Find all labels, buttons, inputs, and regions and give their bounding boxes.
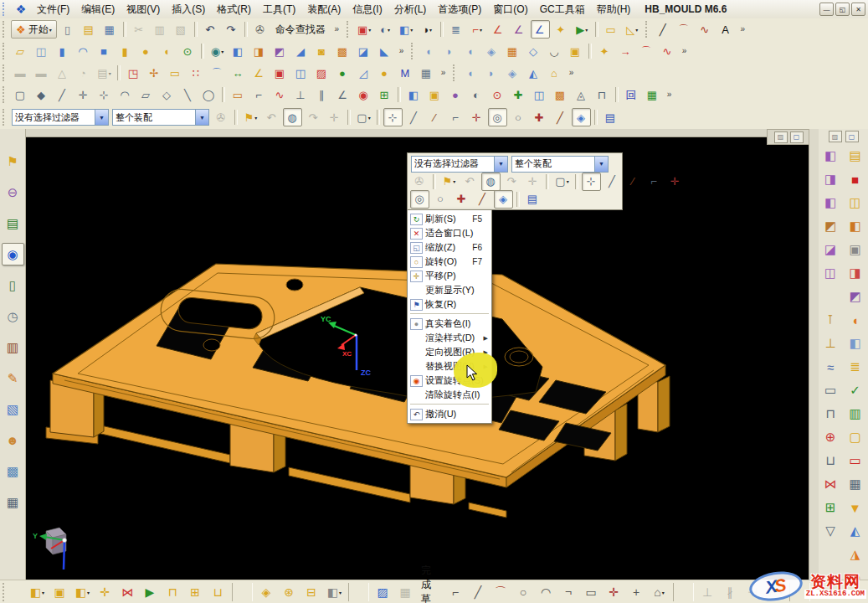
history-clock-icon[interactable]: ◷	[2, 305, 24, 327]
tool-icon[interactable]: ◉	[354, 85, 373, 104]
tool-icon[interactable]: »	[396, 42, 408, 60]
snap-corner-icon[interactable]: ⌐	[645, 173, 664, 191]
new-file-icon[interactable]: ▯	[59, 20, 78, 39]
tool-icon[interactable]: ◠	[116, 85, 135, 104]
tool-icon[interactable]: ⌂	[545, 64, 564, 82]
vp-mini2-icon[interactable]: ▢	[790, 131, 804, 143]
mold-slide-icon[interactable]: ◧	[845, 332, 866, 354]
sk-plus-icon[interactable]: +	[626, 582, 647, 602]
mold-tool-icon[interactable]: ▽	[819, 520, 841, 542]
material-icon[interactable]: M	[396, 64, 415, 82]
mold-pocket-icon[interactable]: ▣	[845, 239, 866, 260]
menu-rotate[interactable]: ○ 旋转(O) F7	[408, 255, 491, 269]
draft-icon[interactable]: ◣	[375, 42, 394, 60]
hand-icon[interactable]: ✛	[523, 173, 542, 191]
component-dd-icon[interactable]: ◧▾	[324, 582, 345, 602]
tool-icon[interactable]: ◐	[467, 85, 486, 104]
menu-item[interactable]: 视图(V)	[121, 1, 166, 18]
ruled-surface-icon[interactable]: ◖	[419, 42, 439, 60]
mold-tool-icon[interactable]: ⊞	[819, 497, 841, 518]
snap-face-icon[interactable]: ◈	[494, 190, 513, 209]
tool-icon[interactable]: ⊓	[593, 85, 612, 104]
cut-icon[interactable]: ✂	[130, 20, 149, 39]
tool-icon[interactable]: ◆	[32, 85, 51, 104]
open-icon[interactable]: ▤	[80, 20, 99, 39]
radius-icon[interactable]: ⌒	[208, 64, 227, 82]
mold-workpiece-icon[interactable]: ◧	[845, 215, 866, 237]
system-scene-icon[interactable]: ▧	[2, 398, 24, 420]
snap-cross-icon[interactable]: ✛	[467, 108, 486, 126]
pattern-icon[interactable]: ▩	[333, 42, 352, 60]
tool-icon[interactable]: ▬	[32, 64, 51, 82]
mold-tool-icon[interactable]: ▭	[819, 379, 841, 401]
constraint-navigator-icon[interactable]: ⊖	[2, 181, 24, 204]
sketch-icon[interactable]: ▱	[11, 42, 30, 60]
csys-icon[interactable]: ⌐▾	[468, 20, 487, 39]
menu-item[interactable]: GC工具箱	[534, 1, 591, 18]
mold-tool-icon[interactable]: ◫	[819, 262, 841, 284]
measure-body-icon[interactable]: ▣	[270, 64, 290, 82]
tool-icon[interactable]: ◇	[157, 85, 177, 104]
text-icon[interactable]: A	[716, 20, 736, 39]
internet-explorer-icon[interactable]: ◉	[2, 243, 24, 265]
tool-icon[interactable]: ✛	[74, 85, 93, 104]
polyline-icon[interactable]: ∿	[696, 20, 715, 39]
mold-stamp-icon[interactable]: ▦	[845, 473, 866, 495]
tool-icon[interactable]: ▩	[551, 85, 570, 104]
snap-center-icon[interactable]: ◎	[410, 190, 429, 209]
array-icon[interactable]: ⊞	[185, 582, 206, 602]
curve-mesh-icon[interactable]: ◖	[461, 42, 480, 60]
measure-csys-icon[interactable]: ✢	[145, 64, 164, 82]
menu-restore[interactable]: ⚑ 恢复(R)	[408, 297, 491, 312]
calculator-icon[interactable]: ▦	[417, 64, 436, 82]
highlight-icon[interactable]: ◍	[283, 108, 302, 126]
blend-icon[interactable]: ◖	[157, 42, 177, 60]
menu-item[interactable]: 文件(F)	[31, 1, 75, 18]
swept-icon[interactable]: ◈	[482, 42, 501, 60]
vp-mini-icon[interactable]: ▨	[774, 131, 788, 143]
menu-item[interactable]: 信息(I)	[347, 1, 388, 18]
redo-icon[interactable]: ↷	[222, 20, 241, 39]
tool-icon[interactable]: ◔	[74, 64, 93, 82]
paste-icon[interactable]: ▧	[172, 20, 191, 39]
redo-sel-icon[interactable]: ↷	[502, 173, 521, 191]
mold-tool-icon[interactable]: ◧▾	[819, 192, 841, 214]
snap-mid-icon[interactable]: ∕	[624, 173, 643, 191]
measure-angle-icon[interactable]: ∠	[249, 64, 269, 82]
solid-display-icon[interactable]: ◧▾	[397, 20, 416, 39]
snap-circle-icon[interactable]: ○	[431, 190, 450, 209]
selection-scope-dropdown[interactable]: 整个装配 ▼	[112, 109, 209, 126]
snap-line-icon[interactable]: ╱	[473, 190, 492, 209]
tool-icon[interactable]: ╱	[53, 85, 72, 104]
panel-filter-dropdown[interactable]: 没有选择过滤器 ▼	[411, 156, 508, 173]
assembly-icon[interactable]: ◧▾	[27, 582, 48, 602]
measure-ruler-icon[interactable]: ▭	[166, 64, 185, 82]
wave-link-icon[interactable]: ◈	[256, 582, 277, 602]
close-button[interactable]: ✕	[851, 3, 865, 16]
sk-fillet-icon[interactable]: ◠	[536, 582, 557, 602]
snap-corner-icon[interactable]: ⌐	[446, 108, 465, 126]
tool-icon[interactable]: »	[566, 64, 578, 82]
shell-icon[interactable]: ◙	[312, 42, 331, 60]
mold-tool-icon[interactable]: ◪▾	[819, 239, 841, 260]
tool-icon[interactable]: »	[331, 20, 343, 39]
mold-pair-icon[interactable]: ◭	[845, 520, 866, 542]
menu-item[interactable]: 格式(R)	[211, 1, 257, 18]
chevron-down-icon[interactable]: ▼	[594, 157, 608, 172]
axis-icon[interactable]: ∠	[489, 20, 508, 39]
history-page-icon[interactable]: ▯	[2, 274, 24, 296]
panel-scope-dropdown[interactable]: 整个装配 ▼	[511, 156, 609, 173]
mold-gate-icon[interactable]: ▼	[845, 497, 866, 518]
notebook-icon[interactable]: ▤	[601, 108, 620, 126]
mold-tool-icon[interactable]: ⊕	[819, 426, 841, 448]
sk-circle-icon[interactable]: ○	[513, 582, 534, 602]
tool-icon[interactable]: △	[53, 64, 72, 82]
mold-red-frame-icon[interactable]: ▭	[845, 450, 866, 472]
chevron-down-icon[interactable]: ▼	[195, 110, 208, 125]
tool-icon[interactable]: ∿	[270, 85, 290, 104]
sphere-icon[interactable]: ●	[136, 42, 156, 60]
sketch-env-icon[interactable]: ▨	[372, 582, 393, 602]
clip-icon[interactable]: ▨	[829, 131, 842, 142]
point-set-icon[interactable]: ∷	[187, 64, 206, 82]
tool-icon[interactable]: ⊥	[291, 85, 311, 104]
